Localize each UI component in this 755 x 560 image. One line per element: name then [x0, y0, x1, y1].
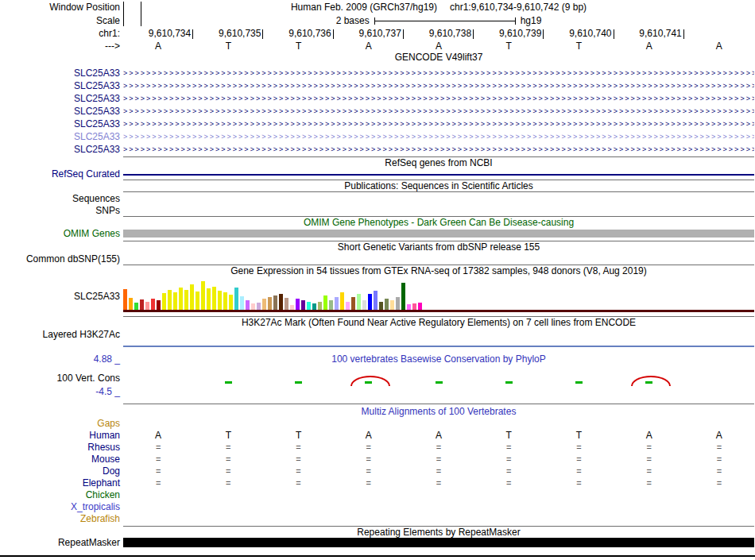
gtex-expression-bar[interactable]	[368, 294, 372, 310]
gencode-transcript-row[interactable]: SLC25A33>>>>>>>>>>>>>>>>>>>>>>>>>>>>>>>>…	[0, 105, 755, 118]
gtex-expression-bar[interactable]	[207, 288, 211, 310]
gtex-gene-label[interactable]: SLC25A33	[0, 291, 120, 303]
gtex-expression-bar[interactable]	[129, 298, 133, 310]
gtex-expression-bar[interactable]	[196, 292, 199, 310]
gtex-expression-bar[interactable]	[307, 302, 311, 310]
gtex-expression-bar[interactable]	[412, 303, 416, 310]
gtex-expression-bar[interactable]	[390, 300, 394, 310]
gtex-expression-bar[interactable]	[251, 303, 255, 310]
repeatmasker-label[interactable]: RepeatMasker	[0, 538, 120, 548]
gtex-expression-bar[interactable]	[285, 298, 288, 310]
multiz-species-row[interactable]: Gaps	[0, 418, 755, 430]
gencode-transcript-row[interactable]: SLC25A33>>>>>>>>>>>>>>>>>>>>>>>>>>>>>>>>…	[0, 118, 755, 130]
multiz-species-label[interactable]: Chicken	[0, 489, 120, 501]
multiz-species-label[interactable]: X_tropicalis	[0, 501, 120, 513]
omim-row[interactable]: OMIM Genes	[0, 229, 755, 239]
transcript-intron-arrows[interactable]: >>>>>>>>>>>>>>>>>>>>>>>>>>>>>>>>>>>>>>>>…	[123, 79, 754, 92]
gencode-transcript-row[interactable]: SLC25A33>>>>>>>>>>>>>>>>>>>>>>>>>>>>>>>>…	[0, 130, 755, 143]
gtex-expression-bar[interactable]	[268, 297, 272, 310]
gtex-expression-bar[interactable]	[140, 299, 144, 310]
multiz-species-row[interactable]: HumanATTAATTAA	[0, 430, 755, 442]
gtex-expression-bar[interactable]	[145, 302, 149, 310]
gtex-expression-bar[interactable]	[157, 300, 161, 310]
gtex-expression-bar[interactable]	[273, 295, 277, 310]
multiz-species-row[interactable]: Elephant=========	[0, 477, 755, 489]
gencode-transcript-row[interactable]: SLC25A33>>>>>>>>>>>>>>>>>>>>>>>>>>>>>>>>…	[0, 143, 755, 156]
transcript-intron-arrows[interactable]: >>>>>>>>>>>>>>>>>>>>>>>>>>>>>>>>>>>>>>>>…	[123, 67, 754, 79]
gtex-expression-bar[interactable]	[229, 295, 233, 310]
gtex-expression-bar[interactable]	[323, 295, 327, 310]
gtex-expression-bar[interactable]	[168, 290, 172, 310]
gtex-expression-bar[interactable]	[357, 294, 361, 310]
sequences-row[interactable]: Sequences	[0, 193, 755, 204]
gencode-transcript-label[interactable]: SLC25A33	[0, 143, 120, 156]
gencode-transcript-label[interactable]: SLC25A33	[0, 130, 120, 143]
multiz-species-label[interactable]: Elephant	[0, 477, 120, 489]
gtex-expression-bar[interactable]	[246, 300, 250, 310]
gtex-expression-bar[interactable]	[262, 299, 266, 310]
multiz-species-row[interactable]: Dog=========	[0, 465, 755, 477]
h3k27ac-label[interactable]: Layered H3K27Ac	[0, 329, 120, 340]
repeatmasker-track[interactable]	[123, 538, 754, 547]
gtex-track[interactable]: SLC25A33	[0, 280, 755, 312]
refseq-curated-track[interactable]	[123, 174, 754, 176]
gtex-expression-bar[interactable]	[257, 303, 261, 310]
transcript-intron-arrows[interactable]: >>>>>>>>>>>>>>>>>>>>>>>>>>>>>>>>>>>>>>>>…	[123, 92, 754, 105]
snps-row[interactable]: SNPs	[0, 205, 755, 216]
gtex-expression-bar[interactable]	[362, 300, 366, 310]
gtex-expression-bar[interactable]	[179, 288, 183, 310]
gencode-transcript-label[interactable]: SLC25A33	[0, 67, 120, 79]
gtex-expression-bar[interactable]	[123, 289, 127, 310]
gtex-expression-bar[interactable]	[418, 303, 422, 310]
gtex-expression-bar[interactable]	[329, 300, 333, 310]
common-dbsnp-label[interactable]: Common dbSNP(155)	[0, 253, 120, 265]
gtex-expression-bar[interactable]	[351, 297, 355, 310]
transcript-intron-arrows[interactable]: >>>>>>>>>>>>>>>>>>>>>>>>>>>>>>>>>>>>>>>>…	[123, 118, 754, 130]
gtex-bars[interactable]	[123, 280, 422, 310]
multiz-species-label[interactable]: Mouse	[0, 454, 120, 465]
gtex-expression-bar[interactable]	[385, 299, 389, 310]
omim-gene-bar[interactable]	[123, 230, 754, 238]
gtex-expression-bar[interactable]	[218, 291, 222, 310]
gtex-expression-bar[interactable]	[407, 304, 411, 310]
gtex-expression-bar[interactable]	[240, 296, 244, 310]
multiz-species-label[interactable]: Human	[0, 430, 120, 442]
gtex-expression-bar[interactable]	[379, 302, 383, 310]
gtex-expression-bar[interactable]	[162, 293, 166, 310]
multiz-species-label[interactable]: Dog	[0, 465, 120, 477]
gtex-expression-bar[interactable]	[296, 299, 300, 310]
gtex-expression-bar[interactable]	[234, 288, 238, 310]
multiz-species-row[interactable]: Mouse=========	[0, 454, 755, 465]
multiz-species-row[interactable]: Zebrafish	[0, 513, 755, 525]
common-dbsnp-row[interactable]: Common dbSNP(155)	[0, 253, 755, 265]
gtex-expression-bar[interactable]	[301, 300, 305, 310]
gtex-expression-bar[interactable]	[396, 297, 400, 310]
gencode-transcript-label[interactable]: SLC25A33	[0, 92, 120, 105]
transcript-intron-arrows[interactable]: >>>>>>>>>>>>>>>>>>>>>>>>>>>>>>>>>>>>>>>>…	[123, 130, 754, 143]
omim-genes-label[interactable]: OMIM Genes	[0, 229, 120, 239]
multiz-species-row[interactable]: Chicken	[0, 489, 755, 501]
gtex-expression-bar[interactable]	[134, 303, 138, 310]
repeatmasker-row[interactable]: RepeatMasker	[0, 538, 755, 548]
gtex-expression-bar[interactable]	[279, 294, 283, 310]
gtex-expression-bar[interactable]	[312, 303, 316, 310]
gencode-transcript-row[interactable]: SLC25A33>>>>>>>>>>>>>>>>>>>>>>>>>>>>>>>>…	[0, 92, 755, 105]
refseq-curated-label[interactable]: RefSeq Curated	[0, 168, 120, 180]
gtex-expression-bar[interactable]	[184, 290, 188, 310]
snps-label[interactable]: SNPs	[0, 205, 120, 216]
gtex-expression-bar[interactable]	[318, 302, 322, 310]
multiz-species-label[interactable]: Gaps	[0, 418, 120, 430]
transcript-intron-arrows[interactable]: >>>>>>>>>>>>>>>>>>>>>>>>>>>>>>>>>>>>>>>>…	[123, 105, 754, 118]
gtex-expression-bar[interactable]	[223, 292, 227, 310]
refseq-curated-row[interactable]: RefSeq Curated	[0, 168, 755, 180]
multiz-species-row[interactable]: Rhesus=========	[0, 442, 755, 454]
multiz-species-label[interactable]: Rhesus	[0, 442, 120, 454]
gtex-expression-bar[interactable]	[201, 281, 205, 310]
gencode-transcript-label[interactable]: SLC25A33	[0, 105, 120, 118]
gtex-expression-bar[interactable]	[401, 283, 405, 310]
conservation-label[interactable]: 100 Vert. Cons	[0, 373, 120, 384]
sequences-label[interactable]: Sequences	[0, 193, 120, 204]
gtex-expression-bar[interactable]	[335, 297, 339, 310]
gtex-expression-bar[interactable]	[374, 291, 378, 310]
gtex-expression-bar[interactable]	[151, 299, 155, 310]
